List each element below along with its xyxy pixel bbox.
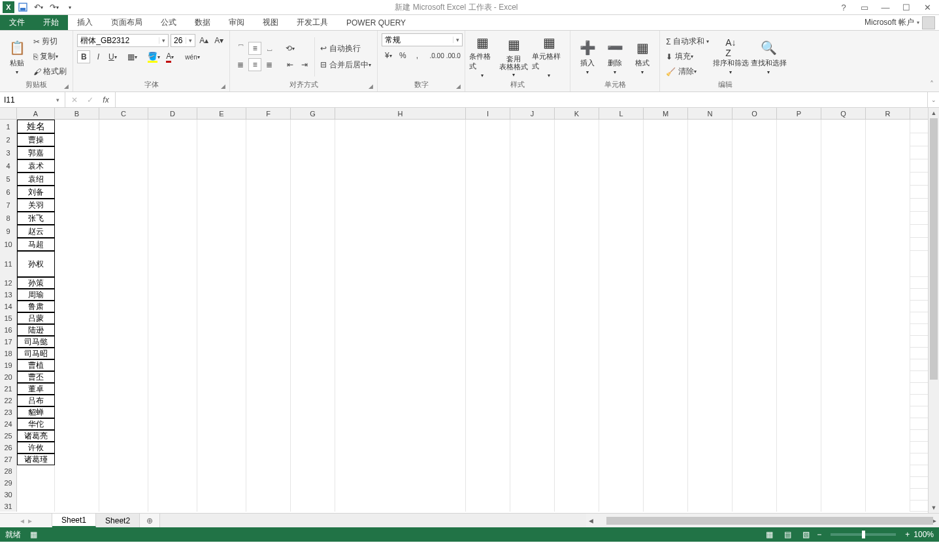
cell-E25[interactable] bbox=[197, 430, 246, 442]
cell-G11[interactable] bbox=[291, 251, 335, 277]
cell-H29[interactable] bbox=[335, 477, 466, 489]
align-top-icon[interactable]: ⎴ bbox=[234, 42, 247, 55]
cell-B4[interactable] bbox=[55, 159, 99, 173]
cell-F11[interactable] bbox=[246, 251, 291, 277]
cell-J27[interactable] bbox=[510, 453, 555, 465]
cell-C15[interactable] bbox=[99, 312, 148, 324]
cell-H26[interactable] bbox=[335, 442, 466, 453]
cell-B22[interactable] bbox=[55, 395, 99, 406]
cell-H4[interactable] bbox=[335, 159, 466, 173]
page-layout-view-icon[interactable]: ▤ bbox=[780, 529, 795, 540]
cell-A23[interactable]: 貂蝉 bbox=[17, 406, 55, 418]
cell-M11[interactable] bbox=[644, 251, 688, 277]
cell-E29[interactable] bbox=[197, 477, 246, 489]
column-header-C[interactable]: C bbox=[99, 108, 148, 119]
name-box[interactable]: ▾ bbox=[0, 92, 65, 107]
cell-P23[interactable] bbox=[777, 406, 821, 418]
cell-I12[interactable] bbox=[466, 277, 510, 289]
column-header-F[interactable]: F bbox=[246, 108, 291, 119]
cell-H3[interactable] bbox=[335, 146, 466, 159]
cell-C27[interactable] bbox=[99, 453, 148, 465]
cell-J17[interactable] bbox=[510, 336, 555, 348]
cell-G18[interactable] bbox=[291, 348, 335, 359]
cell-Q23[interactable] bbox=[821, 406, 866, 418]
tab-公式[interactable]: 公式 bbox=[152, 15, 186, 30]
cell-P6[interactable] bbox=[777, 186, 821, 199]
cell-R10[interactable] bbox=[866, 238, 910, 251]
cell-Q10[interactable] bbox=[821, 238, 866, 251]
cell-C20[interactable] bbox=[99, 371, 148, 383]
cell-N19[interactable] bbox=[688, 359, 733, 371]
cell-L28[interactable] bbox=[599, 465, 644, 477]
orientation-icon[interactable]: ⟲▾ bbox=[284, 42, 297, 55]
cell-R6[interactable] bbox=[866, 186, 910, 199]
table-format-button[interactable]: ▦套用 表格格式▾ bbox=[497, 35, 531, 78]
cell-K11[interactable] bbox=[555, 251, 599, 277]
cell-E21[interactable] bbox=[197, 383, 246, 395]
cell-I21[interactable] bbox=[466, 383, 510, 395]
cell-L12[interactable] bbox=[599, 277, 644, 289]
cell-F18[interactable] bbox=[246, 348, 291, 359]
sheet-nav-prev-icon[interactable]: ◂ bbox=[20, 516, 24, 525]
cell-M27[interactable] bbox=[644, 453, 688, 465]
cell-O1[interactable] bbox=[733, 120, 777, 133]
cut-button[interactable]: ✂ 剪切 bbox=[31, 35, 59, 48]
cell-M2[interactable] bbox=[644, 133, 688, 146]
cell-P5[interactable] bbox=[777, 173, 821, 186]
cell-Q12[interactable] bbox=[821, 277, 866, 289]
cell-L21[interactable] bbox=[599, 383, 644, 395]
cell-J25[interactable] bbox=[510, 430, 555, 442]
row-header[interactable]: 9 bbox=[0, 225, 17, 238]
cell-G9[interactable] bbox=[291, 225, 335, 238]
cell-O17[interactable] bbox=[733, 336, 777, 348]
cell-E30[interactable] bbox=[197, 489, 246, 501]
cell-M29[interactable] bbox=[644, 477, 688, 489]
cell-A4[interactable]: 袁术 bbox=[17, 159, 55, 173]
column-header-L[interactable]: L bbox=[599, 108, 644, 119]
row-header[interactable]: 14 bbox=[0, 301, 17, 312]
save-icon[interactable] bbox=[16, 1, 30, 14]
row-header[interactable]: 5 bbox=[0, 173, 17, 186]
cell-G31[interactable] bbox=[291, 501, 335, 512]
minimize-icon[interactable]: — bbox=[878, 1, 893, 14]
cell-D10[interactable] bbox=[148, 238, 197, 251]
row-header[interactable]: 16 bbox=[0, 324, 17, 336]
cell-M13[interactable] bbox=[644, 289, 688, 301]
cell-F10[interactable] bbox=[246, 238, 291, 251]
cell-A24[interactable]: 华佗 bbox=[17, 418, 55, 430]
cell-K26[interactable] bbox=[555, 442, 599, 453]
cell-M26[interactable] bbox=[644, 442, 688, 453]
cell-L13[interactable] bbox=[599, 289, 644, 301]
cell-G5[interactable] bbox=[291, 173, 335, 186]
cell-J16[interactable] bbox=[510, 324, 555, 336]
cell-D19[interactable] bbox=[148, 359, 197, 371]
cell-A7[interactable]: 关羽 bbox=[17, 199, 55, 212]
cell-F25[interactable] bbox=[246, 430, 291, 442]
underline-button[interactable]: U▾ bbox=[106, 50, 119, 63]
cell-D9[interactable] bbox=[148, 225, 197, 238]
clipboard-expand-icon[interactable]: ◢ bbox=[64, 83, 69, 90]
cell-C3[interactable] bbox=[99, 146, 148, 159]
copy-button[interactable]: ⎘ 复制▾ bbox=[31, 50, 60, 63]
cell-C7[interactable] bbox=[99, 199, 148, 212]
cell-L29[interactable] bbox=[599, 477, 644, 489]
cell-G26[interactable] bbox=[291, 442, 335, 453]
row-header[interactable]: 23 bbox=[0, 406, 17, 418]
cell-A27[interactable]: 诸葛瑾 bbox=[17, 453, 55, 465]
cell-K25[interactable] bbox=[555, 430, 599, 442]
cell-C30[interactable] bbox=[99, 489, 148, 501]
cell-K30[interactable] bbox=[555, 489, 599, 501]
cell-G16[interactable] bbox=[291, 324, 335, 336]
cell-M12[interactable] bbox=[644, 277, 688, 289]
cell-O4[interactable] bbox=[733, 159, 777, 173]
cell-Q27[interactable] bbox=[821, 453, 866, 465]
cell-C12[interactable] bbox=[99, 277, 148, 289]
font-color-button[interactable]: A▾ bbox=[163, 50, 176, 63]
cell-N1[interactable] bbox=[688, 120, 733, 133]
cell-F12[interactable] bbox=[246, 277, 291, 289]
row-header[interactable]: 21 bbox=[0, 383, 17, 395]
cell-Q20[interactable] bbox=[821, 371, 866, 383]
cell-N27[interactable] bbox=[688, 453, 733, 465]
cell-P24[interactable] bbox=[777, 418, 821, 430]
cell-E2[interactable] bbox=[197, 133, 246, 146]
